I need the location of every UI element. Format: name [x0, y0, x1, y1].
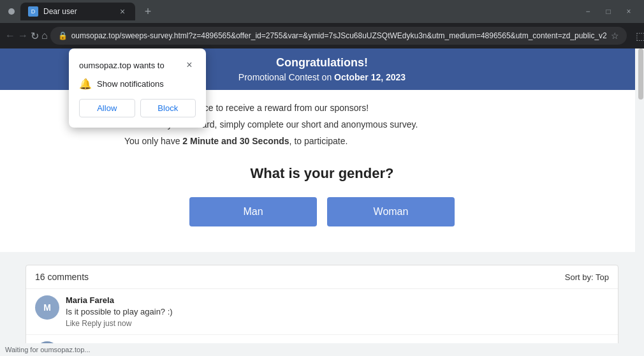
minimize-button[interactable]: − — [578, 3, 598, 20]
banner-date: October 12, 2023 — [334, 72, 406, 82]
notification-title: oumsopaz.top wants to — [79, 61, 165, 70]
scroll-thumb[interactable] — [638, 48, 643, 100]
comment-item-1: M Maria Farela Is it possible to play ag… — [26, 289, 618, 335]
notification-popup: oumsopaz.top wants to × 🔔 Show notificat… — [69, 48, 206, 128]
browser-chrome: D Dear user × + − □ × ← → ↻ ⌂ 🔒 oumsopaz… — [0, 0, 644, 48]
security-icon: 🔒 — [58, 31, 68, 40]
back-button[interactable]: ← — [5, 27, 15, 45]
url-text: oumsopaz.top/sweeps-survey.html?z=489656… — [71, 31, 607, 40]
sort-by[interactable]: Sort by: Top — [565, 272, 609, 282]
close-window-button[interactable]: × — [618, 3, 639, 20]
window-controls: − □ × — [578, 3, 639, 20]
block-button[interactable]: Block — [140, 99, 196, 117]
intro-line-3-suffix: , to participate. — [289, 136, 348, 146]
avatar-1: M — [35, 295, 59, 320]
allow-button[interactable]: Allow — [79, 99, 135, 117]
banner-subtitle-prefix: Promotional Contest on — [238, 72, 334, 82]
toolbar-right: ⬚ ⬇ ⟳ K ⋮ — [632, 27, 644, 45]
commenter-name-1: Maria Farela — [66, 295, 609, 305]
gender-question: What is your gender? — [124, 165, 520, 182]
intro-line-3-prefix: You only have — [124, 136, 182, 146]
scroll-track[interactable] — [635, 48, 644, 343]
tab-favicon: D — [28, 6, 38, 17]
home-button[interactable]: ⌂ — [41, 27, 48, 45]
toolbar: ← → ↻ ⌂ 🔒 oumsopaz.top/sweeps-survey.htm… — [0, 23, 644, 48]
tab-strip-left — [5, 5, 18, 18]
comment-text-1: Is it possible to play again? :) — [66, 307, 609, 316]
active-tab[interactable]: D Dear user × — [20, 3, 135, 20]
extensions-icon[interactable]: ⬚ — [632, 27, 644, 45]
comments-section: 16 comments Sort by: Top M Maria Farela … — [26, 265, 618, 356]
show-notifications-text: Show notifications — [97, 79, 164, 89]
comments-header: 16 comments Sort by: Top — [26, 265, 618, 289]
refresh-button[interactable]: ↻ — [31, 27, 39, 45]
bookmark-icon[interactable]: ☆ — [611, 31, 619, 41]
maximize-button[interactable]: □ — [598, 3, 618, 20]
notification-header: oumsopaz.top wants to × — [79, 59, 196, 71]
intro-line-3: You only have 2 Minute and 30 Seconds, t… — [124, 136, 520, 146]
comments-count: 16 comments — [35, 272, 89, 282]
status-bar: Waiting for oumsopaz.top... — [0, 343, 644, 356]
tab-bar: D Dear user × + − □ × — [0, 0, 644, 23]
address-bar[interactable]: 🔒 oumsopaz.top/sweeps-survey.html?z=4896… — [50, 27, 627, 45]
woman-button[interactable]: Woman — [327, 197, 455, 226]
gender-buttons: Man Woman — [124, 197, 520, 226]
new-tab-button[interactable]: + — [140, 4, 156, 19]
notification-buttons: Allow Block — [79, 99, 196, 117]
intro-time-bold: 2 Minute and 30 Seconds — [182, 136, 289, 146]
show-notifications-row: 🔔 Show notifications — [79, 78, 196, 90]
comment-body-1: Maria Farela Is it possible to play agai… — [66, 295, 609, 328]
svg-point-0 — [8, 8, 15, 15]
bell-icon: 🔔 — [79, 78, 92, 90]
tab-title: Dear user — [43, 7, 112, 16]
forward-button[interactable]: → — [18, 27, 28, 45]
tab-close-button[interactable]: × — [117, 6, 128, 17]
comment-actions-1: Like Reply just now — [66, 319, 609, 328]
gender-section: What is your gender? Man Woman — [124, 165, 520, 226]
notification-close-button[interactable]: × — [183, 59, 196, 71]
status-text: Waiting for oumsopaz.top... — [5, 346, 91, 353]
man-button[interactable]: Man — [189, 197, 317, 226]
